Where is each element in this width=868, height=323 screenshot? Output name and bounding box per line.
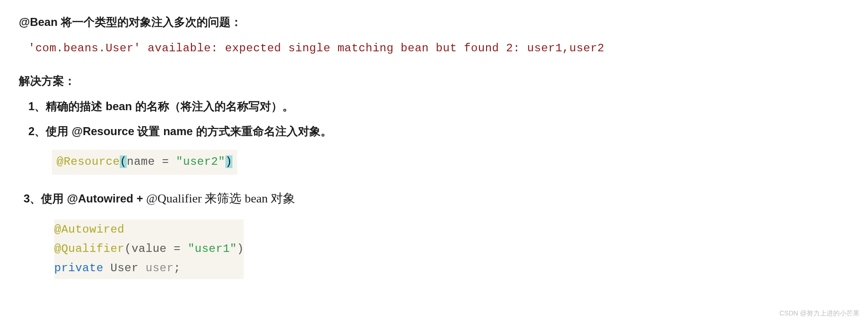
string-literal-user1: "user1"	[188, 242, 237, 255]
page-title: @Bean 将一个类型的对象注入多次的问题：	[19, 13, 849, 31]
identifier-user: user	[146, 262, 174, 275]
annotation-text: @Resource	[57, 155, 120, 168]
sol3-prefix: 3、使用 @Autowired +	[24, 192, 146, 205]
paren-close: )	[237, 242, 244, 255]
arg-value-text: value =	[132, 242, 188, 255]
string-literal: "user2"	[176, 155, 225, 168]
annotation-autowired: @Autowired	[54, 223, 124, 236]
code-block-resource: @Resource(name = "user2")	[52, 150, 237, 175]
highlight-paren-close: )	[225, 155, 232, 168]
semicolon: ;	[174, 262, 181, 275]
error-message: 'com.beans.User' available: expected sin…	[28, 40, 849, 57]
code-block-autowired: @Autowired @Qualifier(value = "user1") p…	[54, 219, 244, 279]
keyword-private: private	[54, 262, 103, 275]
solution-item-2: 2、使用 @Resource 设置 name 的方式来重命名注入对象。	[28, 122, 849, 140]
solution-item-1: 1、精确的描述 bean 的名称（将注入的名称写对）。	[28, 97, 849, 115]
annotation-qualifier: @Qualifier	[54, 242, 124, 255]
highlight-paren-open: (	[120, 155, 127, 168]
type-user: User	[103, 262, 145, 275]
paren-open: (	[124, 242, 132, 255]
solution-item-3: 3、使用 @Autowired + @Qualifier 来筛选 bean 对象	[24, 189, 849, 209]
sol3-rest: @Qualifier 来筛选 bean 对象	[146, 192, 295, 205]
arg-name-text: name =	[127, 155, 176, 168]
solutions-heading: 解决方案：	[19, 72, 849, 90]
